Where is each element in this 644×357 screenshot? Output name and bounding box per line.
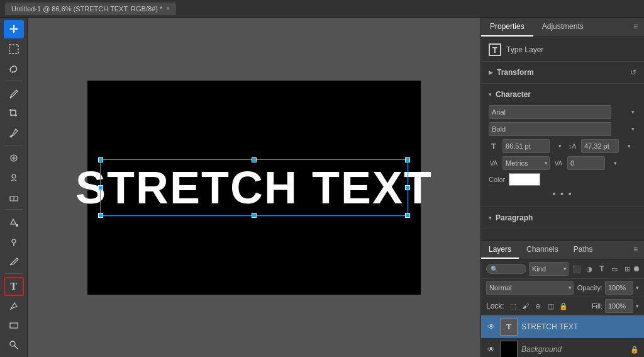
lock-artboard-icon[interactable]: ◫ [546,301,556,311]
color-swatch[interactable] [509,173,540,186]
main-layout: T STRETCH TEXT [0,18,644,357]
transform-reset[interactable]: ↺ [630,68,636,77]
lock-paint-icon[interactable]: 🖌 [521,301,531,311]
filter-shape-icon[interactable]: ▭ [609,263,620,275]
panel-options-button[interactable]: ≡ [627,18,644,37]
clone-tool[interactable] [4,168,24,186]
filter-pixel-icon[interactable]: ⬛ [571,263,582,275]
document-tab[interactable]: Untitled-1 @ 86,6% (STRETCH TEXT, RGB/8#… [5,3,176,15]
crop-tool[interactable] [4,104,24,122]
filter-smart-icon[interactable]: ⊞ [621,263,633,275]
handle-top-right[interactable] [405,157,410,162]
character-section-header[interactable]: ▾ Character [481,88,644,101]
text-tool[interactable]: T [4,277,24,295]
fill-arrow[interactable]: ▾ [636,303,639,309]
layer-kind-select[interactable]: Kind [529,262,569,276]
close-tab-button[interactable]: × [166,5,170,12]
move-tool[interactable] [4,20,24,38]
filter-toggle[interactable] [634,266,639,271]
transform-section: ▶ Transform ↺ [481,62,644,84]
toolbar-separator-3 [5,209,23,210]
filter-adjust-icon[interactable]: ◑ [584,263,595,275]
handle-mid-right[interactable] [405,185,410,190]
svg-point-1 [9,96,11,98]
zoom-tool[interactable] [4,336,24,354]
handle-top-left[interactable] [98,157,103,162]
search-icon: 🔍 [491,266,498,273]
layer-name: STRETCH TEXT [521,322,639,331]
font-size-icon: T [489,142,499,151]
svg-line-11 [14,346,18,349]
more-options-button[interactable]: • • • [489,189,636,199]
layer-thumbnail [500,341,518,357]
heal-tool[interactable] [4,149,24,167]
type-layer-label: Type Layer [506,45,543,54]
tab-channels[interactable]: Channels [519,241,566,259]
opacity-label: Opacity: [577,284,602,292]
tab-paths[interactable]: Paths [566,241,601,259]
tab-adjustments[interactable]: Adjustments [533,18,592,37]
svg-point-10 [10,341,15,346]
paragraph-section-header[interactable]: ▾ Paragraph [481,211,644,225]
kerning-input[interactable] [567,156,605,170]
eyedropper-tool[interactable] [4,123,24,142]
layers-options-button[interactable]: ≡ [627,241,644,259]
layer-item[interactable]: 👁 Background 🔒 [481,338,644,357]
layers-search-input[interactable] [500,265,522,273]
paragraph-chevron: ▾ [489,215,492,221]
blend-mode-select[interactable]: Normal [486,281,574,295]
blend-opacity-row: Normal Opacity: ▾ [481,279,644,297]
filter-type-icon[interactable]: T [596,263,608,275]
font-style-select[interactable]: Bold [489,122,611,136]
lock-transparent-icon[interactable]: ⬚ [508,301,518,311]
dodge-tool[interactable] [4,232,24,251]
fill-input[interactable] [605,299,633,313]
layers-tabs: Layers Channels Paths ≡ [481,241,644,259]
layer-visibility-toggle[interactable]: 👁 [486,344,496,354]
eraser-tool[interactable] [4,188,24,206]
layers-section: Layers Channels Paths ≡ 🔍 Kind ⬛ [481,241,644,357]
paint-bucket-tool[interactable] [4,213,24,231]
lock-fill-row: Lock: ⬚ 🖌 ⊕ ◫ 🔒 Fill: ▾ [481,297,644,315]
handle-top-mid[interactable] [252,157,257,162]
rectangle-tool[interactable] [4,317,24,335]
character-body: Arial Bold T [481,101,644,203]
handle-mid-left[interactable] [98,185,103,190]
tab-layers[interactable]: Layers [481,241,519,259]
paragraph-title: Paragraph [496,213,533,222]
properties-panel: T Type Layer ▶ Transform ↺ ▾ Character [481,37,644,241]
font-size-input[interactable] [502,139,550,153]
layer-visibility-toggle[interactable]: 👁 [486,322,496,332]
select-tool[interactable] [4,40,24,58]
path-selection-tool[interactable] [4,297,24,315]
handle-bot-right[interactable] [405,213,410,218]
toolbar-separator-4 [5,273,23,274]
pen-tool[interactable] [4,252,24,270]
layer-item[interactable]: 👁 T STRETCH TEXT [481,315,644,338]
selection-box [100,159,408,216]
layers-filter-toolbar: 🔍 Kind ⬛ ◑ T ▭ ⊞ [481,259,644,279]
handle-bot-left[interactable] [98,213,103,218]
tab-properties[interactable]: Properties [481,18,533,37]
font-family-row: Arial [489,105,636,119]
lasso-tool[interactable] [4,59,24,77]
leading-input[interactable] [581,139,619,153]
handle-bot-mid[interactable] [252,213,257,218]
opacity-input[interactable] [605,281,633,295]
lock-all-icon[interactable]: 🔒 [558,301,569,311]
font-size-row: T ↕A [489,139,636,153]
transform-chevron: ▶ [489,69,493,76]
svg-point-3 [12,174,16,178]
font-family-select[interactable]: Arial [489,105,611,119]
opacity-arrow[interactable]: ▾ [636,285,639,291]
layer-lock-icon: 🔒 [630,346,639,354]
kerning-icon: VA [553,160,564,167]
type-layer-icon: T [489,43,501,56]
lock-move-icon[interactable]: ⊕ [533,301,543,311]
canvas[interactable]: STRETCH TEXT [87,81,421,295]
transform-section-header[interactable]: ▶ Transform ↺ [481,65,644,79]
tracking-select[interactable]: Metrics [502,156,550,170]
svg-point-7 [12,239,16,243]
character-chevron: ▾ [489,91,492,98]
brush-tool[interactable] [4,84,24,103]
